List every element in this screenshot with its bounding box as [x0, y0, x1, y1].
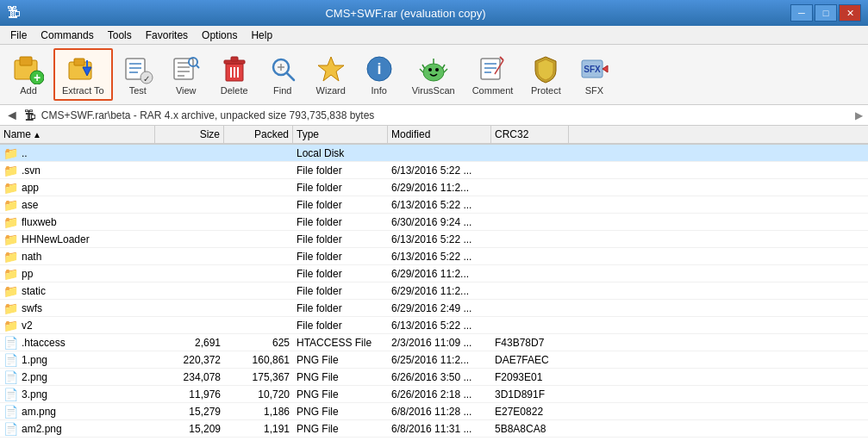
svg-line-37: [420, 69, 423, 72]
table-row[interactable]: 📁 .svn File folder 6/13/2016 5:22 ...: [0, 162, 868, 179]
file-modified: 6/26/2016 3:50 ...: [388, 370, 491, 384]
address-text: CMS+SWF.rar\beta - RAR 4.x archive, unpa…: [41, 109, 375, 121]
view-button[interactable]: View: [163, 49, 209, 100]
test-icon: ✓: [122, 53, 153, 84]
col-header-modified[interactable]: Modified: [388, 126, 491, 143]
add-button[interactable]: + Add: [5, 49, 52, 100]
svg-text:i: i: [377, 60, 381, 78]
file-modified: 6/13/2016 5:22 ...: [388, 250, 491, 264]
svg-rect-42: [481, 59, 500, 79]
file-type: File folder: [293, 164, 388, 177]
extract-to-label: Extract To: [62, 85, 104, 96]
menu-commands[interactable]: Commands: [34, 26, 100, 44]
file-packed: [224, 221, 293, 223]
title-bar-title: CMS+SWF.rar (evaluation copy): [21, 7, 790, 20]
table-row[interactable]: 📄 2.png 234,078 175,367 PNG File 6/26/20…: [0, 369, 868, 386]
delete-icon: [219, 53, 250, 84]
file-name: 📁 v2: [0, 318, 155, 333]
archive-icon: 🗜: [24, 109, 36, 122]
col-header-crc32[interactable]: CRC32: [491, 126, 569, 143]
col-header-packed[interactable]: Packed: [224, 126, 293, 143]
file-size: 11,976: [155, 388, 224, 401]
test-button[interactable]: ✓ Test: [115, 49, 161, 100]
file-size: 15,279: [155, 405, 224, 419]
file-modified: 6/25/2016 11:2...: [388, 353, 491, 367]
maximize-button[interactable]: □: [815, 4, 837, 22]
menu-help[interactable]: Help: [244, 26, 279, 44]
view-label: View: [176, 85, 197, 96]
wizard-icon: [315, 53, 347, 84]
file-modified: 6/8/2016 11:31 ...: [388, 422, 491, 436]
file-packed: [224, 239, 293, 240]
file-packed: [224, 290, 293, 292]
menu-favorites[interactable]: Favorites: [139, 26, 195, 44]
file-name: 📁 fluxweb: [0, 214, 155, 230]
delete-label: Delete: [221, 85, 248, 96]
folder-icon: 📁: [3, 164, 18, 177]
close-button[interactable]: ✕: [839, 4, 861, 22]
protect-button[interactable]: Protect: [522, 49, 569, 100]
file-icon: 📄: [3, 336, 18, 350]
table-row[interactable]: 📁 static File folder 6/29/2016 11:2...: [0, 282, 868, 300]
table-row[interactable]: 📄 am.png 15,279 1,186 PNG File 6/8/2016 …: [0, 403, 868, 420]
virusscan-button[interactable]: VirusScan: [404, 49, 463, 100]
file-type: PNG File: [293, 388, 388, 401]
svg-text:SFX: SFX: [584, 65, 602, 74]
folder-icon: 📁: [3, 301, 18, 315]
comment-button[interactable]: Comment: [465, 49, 521, 100]
menu-tools[interactable]: Tools: [101, 26, 139, 44]
table-row[interactable]: 📁 pp File folder 6/29/2016 11:2...: [0, 265, 868, 282]
col-header-size[interactable]: Size: [155, 126, 224, 143]
find-button[interactable]: Find: [259, 49, 306, 100]
file-name: 📁 ..: [0, 146, 155, 161]
table-row[interactable]: 📄 3.png 11,976 10,720 PNG File 6/26/2016…: [0, 386, 868, 403]
extract-to-button[interactable]: Extract To: [53, 48, 113, 101]
table-row[interactable]: 📁 fluxweb File folder 6/30/2016 9:24 ...: [0, 214, 868, 231]
table-row[interactable]: 📄 am2.png 15,209 1,191 PNG File 6/8/2016…: [0, 420, 868, 438]
file-name: 📁 swfs: [0, 301, 155, 316]
test-label: Test: [129, 85, 147, 96]
table-row[interactable]: 📁 HHNewLoader File folder 6/13/2016 5:22…: [0, 231, 868, 248]
file-crc32: [491, 256, 569, 258]
nav-back-icon[interactable]: ◄: [5, 108, 19, 123]
folder-icon: 📁: [3, 284, 18, 298]
sfx-button[interactable]: SFX SFX: [571, 49, 617, 100]
file-packed: [224, 152, 293, 154]
view-icon: [171, 53, 202, 84]
file-crc32: [491, 239, 569, 240]
menu-bar: File Commands Tools Favorites Options He…: [0, 26, 868, 45]
minimize-button[interactable]: ─: [790, 4, 813, 22]
file-name: 📁 pp: [0, 266, 155, 282]
col-header-name[interactable]: Name ▲: [0, 126, 155, 143]
file-type: HTACCESS File: [293, 336, 388, 350]
file-modified: 6/13/2016 5:22 ...: [388, 319, 491, 332]
delete-button[interactable]: Delete: [211, 49, 258, 100]
menu-options[interactable]: Options: [195, 26, 244, 44]
table-row[interactable]: 📁 .. Local Disk: [0, 145, 868, 162]
file-size: [155, 170, 224, 171]
file-size: 234,078: [155, 370, 224, 384]
file-icon: 📄: [3, 388, 18, 401]
table-row[interactable]: 📄 .htaccess 2,691 625 HTACCESS File 2/3/…: [0, 334, 868, 351]
info-button[interactable]: i Info: [356, 49, 403, 100]
wizard-button[interactable]: Wizard: [308, 49, 354, 100]
table-row[interactable]: 📄 1.png 220,372 160,861 PNG File 6/25/20…: [0, 351, 868, 369]
table-row[interactable]: 📁 nath File folder 6/13/2016 5:22 ...: [0, 248, 868, 265]
table-row[interactable]: 📁 swfs File folder 6/29/2016 2:49 ...: [0, 300, 868, 317]
file-type: File folder: [293, 181, 388, 195]
svg-line-28: [287, 73, 294, 80]
file-modified: 6/13/2016 5:22 ...: [388, 198, 491, 212]
menu-file[interactable]: File: [3, 26, 34, 44]
file-type: File folder: [293, 267, 388, 281]
svg-line-40: [442, 65, 445, 69]
svg-marker-49: [603, 65, 608, 72]
file-crc32: E27E0822: [491, 405, 569, 419]
svg-line-38: [422, 65, 425, 69]
file-packed: 175,367: [224, 370, 293, 384]
table-row[interactable]: 📁 v2 File folder 6/13/2016 5:22 ...: [0, 317, 868, 334]
table-row[interactable]: 📁 app File folder 6/29/2016 11:2...: [0, 179, 868, 196]
col-header-type[interactable]: Type: [293, 126, 388, 143]
sfx-label: SFX: [585, 85, 603, 96]
file-list-container[interactable]: Name ▲ Size Packed Type Modified CRC32 📁: [0, 126, 868, 447]
table-row[interactable]: 📁 ase File folder 6/13/2016 5:22 ...: [0, 196, 868, 214]
